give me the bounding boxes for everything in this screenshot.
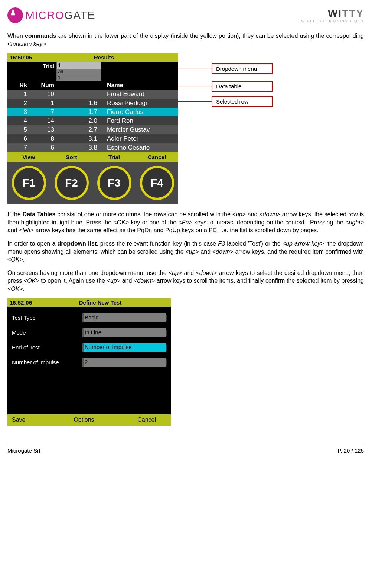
screen-title: Define New Test xyxy=(32,299,169,306)
trial-dropdown[interactable]: 1 All 1 xyxy=(57,62,101,81)
form-label: End of Test xyxy=(12,344,82,351)
dropdown-option[interactable]: All xyxy=(57,69,101,75)
cmd-options[interactable]: Options xyxy=(60,417,108,423)
form-value[interactable]: In Line xyxy=(82,328,166,337)
define-test-screen: 16:52:06 Define New Test Test TypeBasicM… xyxy=(7,298,171,426)
paragraph-1: When commands are shown in the lower par… xyxy=(7,32,364,48)
title-bar: 16:52:06 Define New Test xyxy=(7,298,171,307)
function-keys: F1 F2 F3 F4 xyxy=(7,162,178,204)
form-value[interactable]: Number of Impulse xyxy=(82,343,166,352)
table-row[interactable]: 211.6Rossi Pierluigi xyxy=(7,99,178,108)
table-row[interactable]: 5132.7Mercier Gustav xyxy=(7,125,178,134)
footer-page: P. 20 / 125 xyxy=(338,447,364,454)
col-gap xyxy=(61,81,104,90)
dropdown-option[interactable]: 1 xyxy=(57,75,101,81)
results-screen: 16:50:05 Results Trial 1 All 1 Rk Num Na… xyxy=(7,53,178,204)
tagline: WIRELESS TRAINING TIMER xyxy=(301,19,364,23)
clock: 16:50:05 xyxy=(10,54,32,60)
microgate-logo: MICROGATE xyxy=(7,7,95,23)
paragraph-2: If the Data Tables consist of one or mor… xyxy=(7,210,364,234)
brand-text: GATE xyxy=(64,9,95,21)
form-value[interactable]: Basic xyxy=(82,313,166,322)
paragraph-4: On screens having more than one dropdown… xyxy=(7,269,364,293)
page-footer: Microgate Srl P. 20 / 125 xyxy=(7,444,364,454)
brand-text: MICRO xyxy=(25,9,64,21)
col-name: Name xyxy=(104,81,178,90)
col-rank: Rk xyxy=(7,81,31,90)
witty-logo: WITTY WIRELESS TRAINING TIMER xyxy=(301,7,364,23)
trial-label: Trial xyxy=(7,62,57,81)
f3-key[interactable]: F3 xyxy=(97,166,131,200)
cmd-cancel[interactable]: Cancel xyxy=(108,417,171,423)
screen-title: Results xyxy=(32,54,176,60)
f2-key[interactable]: F2 xyxy=(55,166,89,200)
command-bar: View Sort Trial Cancel xyxy=(7,152,178,162)
form-row[interactable]: Test TypeBasic xyxy=(7,311,171,325)
table-row[interactable]: 4142.0Ford Ron xyxy=(7,116,178,125)
form-label: Test Type xyxy=(12,315,82,321)
table-row[interactable]: 371.7Fierro Carlos xyxy=(7,108,178,116)
form-value[interactable]: 2 xyxy=(82,358,166,367)
command-bar: Save Options Cancel xyxy=(7,414,171,426)
form-label: Mode xyxy=(12,329,82,336)
cmd-save[interactable]: Save xyxy=(7,417,60,423)
form-label: Number of Impulse xyxy=(12,359,82,365)
f4-key[interactable]: F4 xyxy=(140,166,174,200)
results-table[interactable]: Rk Num Name 110Frost Edward211.6Rossi Pi… xyxy=(7,81,178,152)
table-row[interactable]: 683.1Adler Peter xyxy=(7,134,178,143)
callout-selected: Selected row xyxy=(212,96,273,107)
form-row[interactable]: Number of Impulse2 xyxy=(7,355,171,370)
f1-key[interactable]: F1 xyxy=(12,166,46,200)
microgate-icon xyxy=(7,7,23,23)
cmd-sort[interactable]: Sort xyxy=(50,154,93,160)
cmd-trial[interactable]: Trial xyxy=(93,154,136,160)
title-bar: 16:50:05 Results xyxy=(7,53,178,62)
clock: 16:52:06 xyxy=(10,299,32,306)
form-row[interactable]: ModeIn Line xyxy=(7,325,171,340)
callout-dropdown: Dropdown menu xyxy=(212,63,273,74)
form-row[interactable]: End of TestNumber of Impulse xyxy=(7,340,171,355)
cmd-view[interactable]: View xyxy=(7,154,50,160)
callout-datatable: Data table xyxy=(212,81,273,92)
paragraph-3: In order to open a dropdown list, press … xyxy=(7,240,364,264)
dropdown-selected[interactable]: 1 xyxy=(57,62,101,69)
cmd-cancel[interactable]: Cancel xyxy=(136,154,178,160)
callouts: Dropdown menu Data table Selected row xyxy=(178,53,273,107)
page-header: MICROGATE WITTY WIRELESS TRAINING TIMER xyxy=(7,7,364,23)
col-num: Num xyxy=(31,81,61,90)
table-row[interactable]: 763.8Espino Cesario xyxy=(7,143,178,152)
table-row[interactable]: 110Frost Edward xyxy=(7,90,178,99)
footer-company: Microgate Srl xyxy=(7,447,40,454)
